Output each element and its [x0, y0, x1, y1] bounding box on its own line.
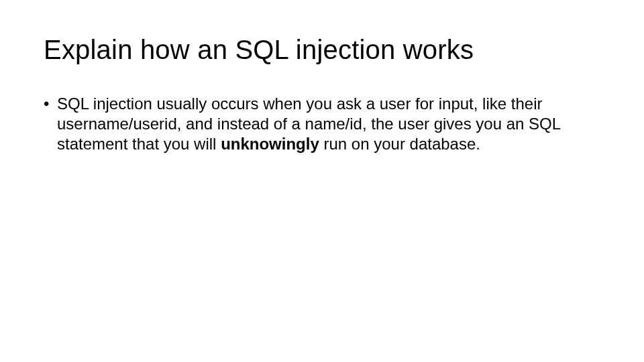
bullet-text: SQL injection usually occurs when you as… [57, 94, 600, 154]
bullet-text-bold: unknowingly [221, 135, 319, 153]
slide: Explain how an SQL injection works • SQL… [0, 0, 644, 362]
bullet-text-post: run on your database. [319, 135, 480, 153]
slide-body: • SQL injection usually occurs when you … [44, 94, 600, 154]
bullet-marker-icon: • [44, 94, 57, 114]
slide-title: Explain how an SQL injection works [44, 35, 474, 65]
bullet-item: • SQL injection usually occurs when you … [44, 94, 600, 154]
